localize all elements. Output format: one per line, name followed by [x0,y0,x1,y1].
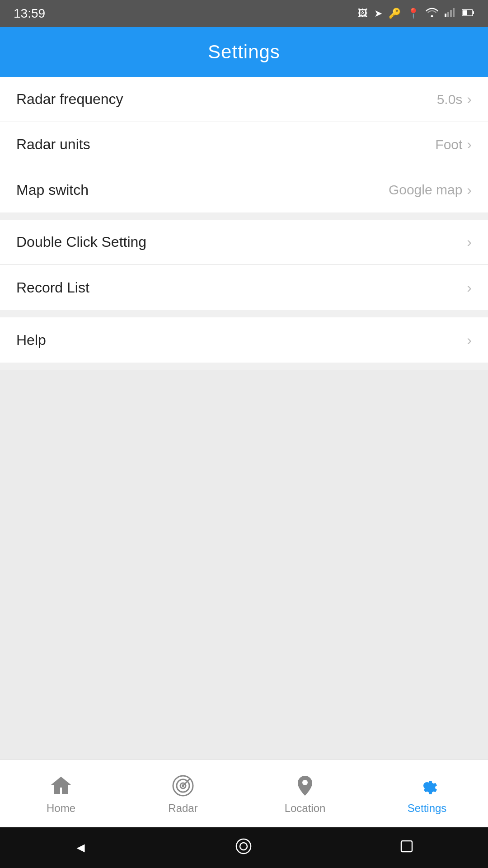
page-title: Settings [208,41,280,63]
location-icon [292,773,318,798]
svg-point-0 [431,15,433,18]
svg-rect-6 [473,11,474,14]
radar-frequency-label: Radar frequency [16,91,123,108]
location-status-icon: 📍 [407,8,419,19]
radar-icon [170,773,196,798]
radar-units-item[interactable]: Radar units Foot › [0,122,488,167]
map-switch-value: Google map [389,182,462,198]
record-list-chevron: › [467,279,472,296]
navigation-icon: ➤ [374,8,382,19]
svg-rect-1 [445,14,446,17]
nav-label-home: Home [47,802,75,815]
nav-label-location: Location [285,802,326,815]
settings-group-2: Double Click Setting › Record List › [0,220,488,310]
radar-frequency-right: 5.0s › [437,91,472,108]
nav-item-location[interactable]: Location [244,773,366,815]
svg-rect-15 [401,841,412,852]
radar-units-label: Radar units [16,136,90,153]
svg-point-13 [236,839,251,854]
svg-rect-7 [463,10,467,15]
radar-frequency-value: 5.0s [437,92,463,107]
back-button[interactable]: ◄ [74,840,88,855]
recents-button[interactable] [399,839,414,857]
settings-group-1: Radar frequency 5.0s › Radar units Foot … [0,77,488,212]
status-bar: 13:59 🖼 ➤ 🔑 📍 [0,0,488,27]
radar-frequency-item[interactable]: Radar frequency 5.0s › [0,77,488,122]
help-item[interactable]: Help › [0,317,488,363]
image-icon: 🖼 [358,8,368,19]
nav-label-radar: Radar [168,802,197,815]
bottom-nav: Home Radar Location Settings [0,760,488,827]
svg-point-14 [240,843,247,850]
key-icon: 🔑 [389,8,401,19]
record-list-label: Record List [16,279,89,296]
radar-units-right: Foot › [435,136,472,153]
svg-rect-2 [447,12,449,17]
map-switch-right: Google map › [389,182,472,198]
map-switch-item[interactable]: Map switch Google map › [0,167,488,212]
double-click-setting-label: Double Click Setting [16,234,146,250]
status-icons: 🖼 ➤ 🔑 📍 [358,7,474,20]
double-click-setting-item[interactable]: Double Click Setting › [0,220,488,265]
record-list-right: › [467,279,472,296]
double-click-setting-right: › [467,234,472,250]
radar-frequency-chevron: › [467,91,472,108]
help-right: › [467,332,472,349]
radar-units-chevron: › [467,136,472,153]
nav-label-settings: Settings [408,802,447,815]
map-switch-label: Map switch [16,182,89,198]
settings-group-3: Help › [0,317,488,363]
nav-item-home[interactable]: Home [0,773,122,815]
battery-icon [462,8,474,19]
signal-icon [445,7,455,20]
svg-rect-3 [450,10,452,17]
home-icon [48,773,74,798]
map-switch-chevron: › [467,182,472,198]
nav-item-radar[interactable]: Radar [122,773,244,815]
status-time: 13:59 [14,6,45,21]
wifi-icon [426,7,438,20]
home-button[interactable] [235,838,252,858]
empty-area [0,370,488,760]
app-bar: Settings [0,27,488,77]
settings-content: Radar frequency 5.0s › Radar units Foot … [0,77,488,760]
nav-item-settings[interactable]: Settings [366,773,488,815]
system-nav: ◄ [0,827,488,868]
record-list-item[interactable]: Record List › [0,265,488,310]
help-chevron: › [467,332,472,349]
settings-icon [414,773,440,798]
svg-rect-4 [453,8,455,17]
double-click-setting-chevron: › [467,234,472,250]
help-label: Help [16,332,46,349]
radar-units-value: Foot [435,137,462,152]
